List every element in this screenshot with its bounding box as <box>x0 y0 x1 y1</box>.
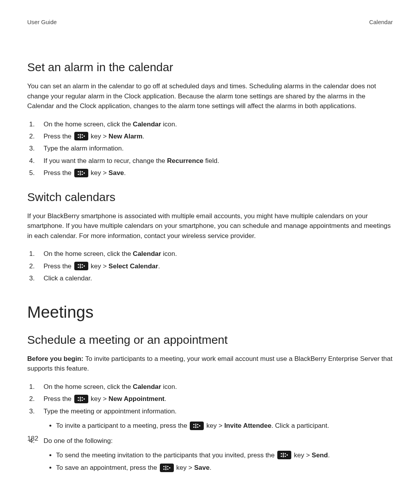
menu-key-icon <box>74 169 88 177</box>
para-before-you-begin: Before you begin: To invite participants… <box>27 354 393 374</box>
list-item: Press the key > New Appointment. <box>37 393 393 405</box>
heading-set-alarm: Set an alarm in the calendar <box>27 60 393 74</box>
steps-switch-calendars: On the home screen, click the Calendar i… <box>27 248 393 284</box>
list-item: On the home screen, click the Calendar i… <box>37 118 393 130</box>
header-left: User Guide <box>27 19 57 25</box>
page-header: User Guide Calendar <box>27 19 393 25</box>
heading-schedule-meeting: Schedule a meeting or an appointment <box>27 333 393 347</box>
header-right: Calendar <box>369 19 393 25</box>
menu-key-icon <box>277 451 291 459</box>
sublist: To invite a participant to a meeting, pr… <box>44 420 393 432</box>
para-set-alarm: You can set an alarm in the calendar to … <box>27 81 393 111</box>
list-item: Press the key > Select Calendar. <box>37 260 393 272</box>
menu-key-icon <box>74 132 88 140</box>
menu-key-icon <box>74 262 88 270</box>
sublist: To send the meeting invitation to the pa… <box>44 449 393 474</box>
list-item: Type the meeting or appointment informat… <box>37 405 393 432</box>
menu-key-icon <box>74 395 88 403</box>
list-item: Press the key > Save. <box>37 167 393 179</box>
list-item: Type the alarm information. <box>37 142 393 154</box>
list-item: To save an appointment, press the key > … <box>56 462 393 474</box>
list-item: Click a calendar. <box>37 272 393 284</box>
para-switch-calendars: If your BlackBerry smartphone is associa… <box>27 211 393 241</box>
list-item: On the home screen, click the Calendar i… <box>37 381 393 393</box>
heading-switch-calendars: Switch calendars <box>27 190 393 204</box>
steps-schedule-meeting: On the home screen, click the Calendar i… <box>27 381 393 474</box>
steps-set-alarm: On the home screen, click the Calendar i… <box>27 118 393 179</box>
list-item: On the home screen, click the Calendar i… <box>37 248 393 260</box>
heading-meetings: Meetings <box>27 303 393 322</box>
list-item: Press the key > New Alarm. <box>37 130 393 142</box>
list-item: To send the meeting invitation to the pa… <box>56 449 393 462</box>
list-item: If you want the alarm to recur, change t… <box>37 155 393 167</box>
document-page: User Guide Calendar Set an alarm in the … <box>0 0 420 504</box>
menu-key-icon <box>160 464 174 472</box>
menu-key-icon <box>190 422 204 430</box>
list-item: Do one of the following: To send the mee… <box>37 435 393 474</box>
list-item: To invite a participant to a meeting, pr… <box>56 420 393 432</box>
page-number: 182 <box>27 435 38 443</box>
